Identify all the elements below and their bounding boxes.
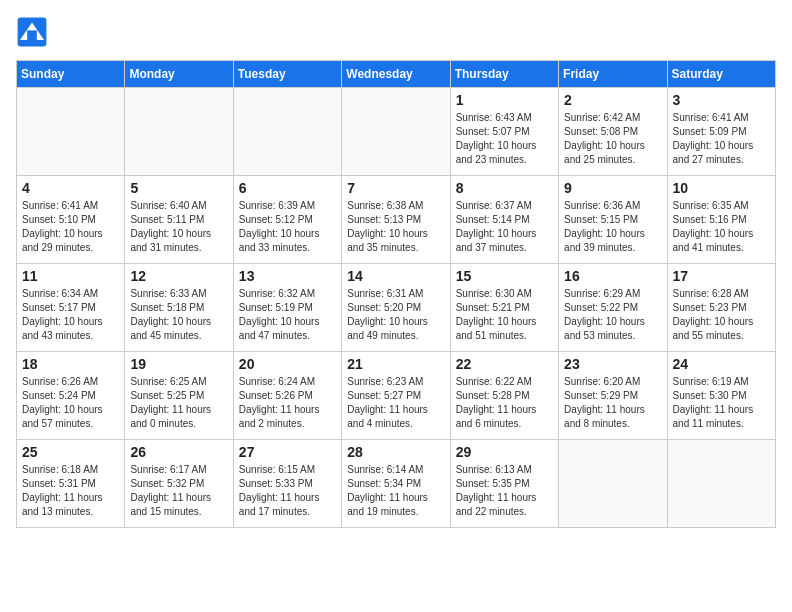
day-info: Sunrise: 6:17 AM Sunset: 5:32 PM Dayligh…: [130, 463, 227, 519]
week-row-4: 18Sunrise: 6:26 AM Sunset: 5:24 PM Dayli…: [17, 352, 776, 440]
day-number: 6: [239, 180, 336, 196]
calendar-cell: 23Sunrise: 6:20 AM Sunset: 5:29 PM Dayli…: [559, 352, 667, 440]
calendar-cell: 3Sunrise: 6:41 AM Sunset: 5:09 PM Daylig…: [667, 88, 775, 176]
day-info: Sunrise: 6:41 AM Sunset: 5:10 PM Dayligh…: [22, 199, 119, 255]
column-header-saturday: Saturday: [667, 61, 775, 88]
calendar-cell: 11Sunrise: 6:34 AM Sunset: 5:17 PM Dayli…: [17, 264, 125, 352]
calendar-cell: 10Sunrise: 6:35 AM Sunset: 5:16 PM Dayli…: [667, 176, 775, 264]
day-info: Sunrise: 6:20 AM Sunset: 5:29 PM Dayligh…: [564, 375, 661, 431]
day-number: 23: [564, 356, 661, 372]
calendar-cell: 21Sunrise: 6:23 AM Sunset: 5:27 PM Dayli…: [342, 352, 450, 440]
day-number: 18: [22, 356, 119, 372]
svg-rect-2: [27, 30, 37, 40]
day-info: Sunrise: 6:25 AM Sunset: 5:25 PM Dayligh…: [130, 375, 227, 431]
day-number: 12: [130, 268, 227, 284]
day-number: 14: [347, 268, 444, 284]
day-info: Sunrise: 6:24 AM Sunset: 5:26 PM Dayligh…: [239, 375, 336, 431]
calendar-cell: [559, 440, 667, 528]
day-info: Sunrise: 6:40 AM Sunset: 5:11 PM Dayligh…: [130, 199, 227, 255]
day-info: Sunrise: 6:29 AM Sunset: 5:22 PM Dayligh…: [564, 287, 661, 343]
column-header-sunday: Sunday: [17, 61, 125, 88]
calendar-cell: 14Sunrise: 6:31 AM Sunset: 5:20 PM Dayli…: [342, 264, 450, 352]
day-number: 19: [130, 356, 227, 372]
calendar-cell: 29Sunrise: 6:13 AM Sunset: 5:35 PM Dayli…: [450, 440, 558, 528]
day-number: 27: [239, 444, 336, 460]
calendar-cell: 25Sunrise: 6:18 AM Sunset: 5:31 PM Dayli…: [17, 440, 125, 528]
calendar-cell: [342, 88, 450, 176]
day-info: Sunrise: 6:15 AM Sunset: 5:33 PM Dayligh…: [239, 463, 336, 519]
day-number: 21: [347, 356, 444, 372]
calendar-cell: [125, 88, 233, 176]
day-info: Sunrise: 6:32 AM Sunset: 5:19 PM Dayligh…: [239, 287, 336, 343]
calendar-cell: 6Sunrise: 6:39 AM Sunset: 5:12 PM Daylig…: [233, 176, 341, 264]
day-info: Sunrise: 6:37 AM Sunset: 5:14 PM Dayligh…: [456, 199, 553, 255]
day-info: Sunrise: 6:19 AM Sunset: 5:30 PM Dayligh…: [673, 375, 770, 431]
logo-icon: [16, 16, 48, 48]
day-info: Sunrise: 6:43 AM Sunset: 5:07 PM Dayligh…: [456, 111, 553, 167]
calendar-cell: 19Sunrise: 6:25 AM Sunset: 5:25 PM Dayli…: [125, 352, 233, 440]
day-number: 1: [456, 92, 553, 108]
calendar-cell: 2Sunrise: 6:42 AM Sunset: 5:08 PM Daylig…: [559, 88, 667, 176]
day-info: Sunrise: 6:42 AM Sunset: 5:08 PM Dayligh…: [564, 111, 661, 167]
day-info: Sunrise: 6:30 AM Sunset: 5:21 PM Dayligh…: [456, 287, 553, 343]
calendar-cell: 12Sunrise: 6:33 AM Sunset: 5:18 PM Dayli…: [125, 264, 233, 352]
calendar-cell: 28Sunrise: 6:14 AM Sunset: 5:34 PM Dayli…: [342, 440, 450, 528]
calendar-cell: 9Sunrise: 6:36 AM Sunset: 5:15 PM Daylig…: [559, 176, 667, 264]
day-info: Sunrise: 6:13 AM Sunset: 5:35 PM Dayligh…: [456, 463, 553, 519]
day-number: 16: [564, 268, 661, 284]
calendar-cell: 13Sunrise: 6:32 AM Sunset: 5:19 PM Dayli…: [233, 264, 341, 352]
calendar-cell: 26Sunrise: 6:17 AM Sunset: 5:32 PM Dayli…: [125, 440, 233, 528]
calendar-cell: 22Sunrise: 6:22 AM Sunset: 5:28 PM Dayli…: [450, 352, 558, 440]
column-header-monday: Monday: [125, 61, 233, 88]
day-number: 2: [564, 92, 661, 108]
day-number: 5: [130, 180, 227, 196]
calendar-cell: 5Sunrise: 6:40 AM Sunset: 5:11 PM Daylig…: [125, 176, 233, 264]
week-row-5: 25Sunrise: 6:18 AM Sunset: 5:31 PM Dayli…: [17, 440, 776, 528]
day-info: Sunrise: 6:38 AM Sunset: 5:13 PM Dayligh…: [347, 199, 444, 255]
day-info: Sunrise: 6:23 AM Sunset: 5:27 PM Dayligh…: [347, 375, 444, 431]
day-info: Sunrise: 6:34 AM Sunset: 5:17 PM Dayligh…: [22, 287, 119, 343]
day-number: 26: [130, 444, 227, 460]
calendar-header-row: SundayMondayTuesdayWednesdayThursdayFrid…: [17, 61, 776, 88]
column-header-wednesday: Wednesday: [342, 61, 450, 88]
day-info: Sunrise: 6:41 AM Sunset: 5:09 PM Dayligh…: [673, 111, 770, 167]
calendar-cell: 16Sunrise: 6:29 AM Sunset: 5:22 PM Dayli…: [559, 264, 667, 352]
column-header-friday: Friday: [559, 61, 667, 88]
calendar-cell: 4Sunrise: 6:41 AM Sunset: 5:10 PM Daylig…: [17, 176, 125, 264]
day-number: 22: [456, 356, 553, 372]
day-info: Sunrise: 6:18 AM Sunset: 5:31 PM Dayligh…: [22, 463, 119, 519]
calendar-cell: 7Sunrise: 6:38 AM Sunset: 5:13 PM Daylig…: [342, 176, 450, 264]
day-number: 28: [347, 444, 444, 460]
calendar-cell: 18Sunrise: 6:26 AM Sunset: 5:24 PM Dayli…: [17, 352, 125, 440]
week-row-1: 1Sunrise: 6:43 AM Sunset: 5:07 PM Daylig…: [17, 88, 776, 176]
day-info: Sunrise: 6:28 AM Sunset: 5:23 PM Dayligh…: [673, 287, 770, 343]
day-info: Sunrise: 6:22 AM Sunset: 5:28 PM Dayligh…: [456, 375, 553, 431]
day-number: 24: [673, 356, 770, 372]
day-info: Sunrise: 6:35 AM Sunset: 5:16 PM Dayligh…: [673, 199, 770, 255]
logo: [16, 16, 54, 48]
day-info: Sunrise: 6:26 AM Sunset: 5:24 PM Dayligh…: [22, 375, 119, 431]
day-number: 8: [456, 180, 553, 196]
calendar-cell: 17Sunrise: 6:28 AM Sunset: 5:23 PM Dayli…: [667, 264, 775, 352]
header: [16, 16, 776, 48]
day-number: 9: [564, 180, 661, 196]
week-row-3: 11Sunrise: 6:34 AM Sunset: 5:17 PM Dayli…: [17, 264, 776, 352]
calendar-cell: 20Sunrise: 6:24 AM Sunset: 5:26 PM Dayli…: [233, 352, 341, 440]
day-number: 13: [239, 268, 336, 284]
day-number: 3: [673, 92, 770, 108]
day-number: 11: [22, 268, 119, 284]
calendar-cell: 24Sunrise: 6:19 AM Sunset: 5:30 PM Dayli…: [667, 352, 775, 440]
column-header-tuesday: Tuesday: [233, 61, 341, 88]
calendar-cell: [233, 88, 341, 176]
day-info: Sunrise: 6:14 AM Sunset: 5:34 PM Dayligh…: [347, 463, 444, 519]
day-number: 29: [456, 444, 553, 460]
calendar-cell: 15Sunrise: 6:30 AM Sunset: 5:21 PM Dayli…: [450, 264, 558, 352]
week-row-2: 4Sunrise: 6:41 AM Sunset: 5:10 PM Daylig…: [17, 176, 776, 264]
calendar-table: SundayMondayTuesdayWednesdayThursdayFrid…: [16, 60, 776, 528]
day-number: 15: [456, 268, 553, 284]
calendar-cell: [17, 88, 125, 176]
day-number: 17: [673, 268, 770, 284]
day-number: 25: [22, 444, 119, 460]
day-number: 20: [239, 356, 336, 372]
day-number: 4: [22, 180, 119, 196]
